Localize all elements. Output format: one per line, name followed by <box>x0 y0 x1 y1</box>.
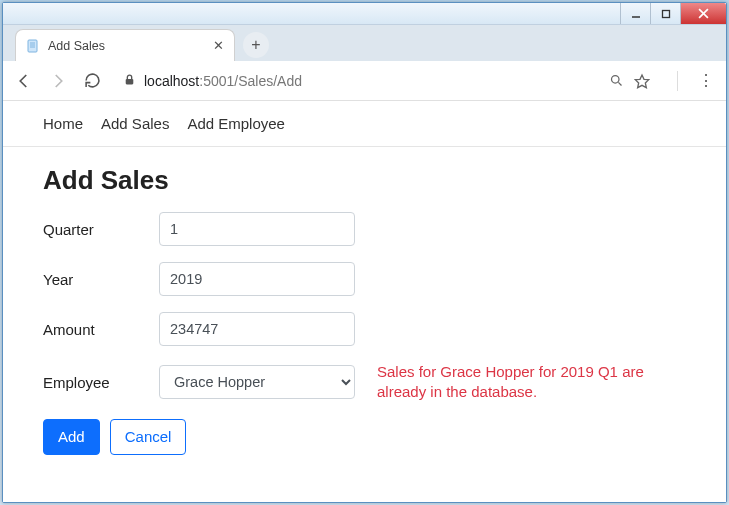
button-row: Add Cancel <box>43 419 686 455</box>
svg-marker-11 <box>635 75 648 88</box>
tab-close-icon[interactable]: ✕ <box>213 38 224 53</box>
form-row-year: Year <box>43 262 686 296</box>
add-button[interactable]: Add <box>43 419 100 455</box>
form-row-amount: Amount <box>43 312 686 346</box>
url-port: :5001 <box>199 73 234 89</box>
window-close-button[interactable] <box>680 3 726 24</box>
label-quarter: Quarter <box>43 221 159 238</box>
nav-link-add-sales[interactable]: Add Sales <box>101 115 169 132</box>
page-body: Add Sales Quarter Year Amount Employee G… <box>3 147 726 473</box>
validation-error: Sales for Grace Hopper for 2019 Q1 are a… <box>377 362 677 403</box>
label-year: Year <box>43 271 159 288</box>
input-quarter[interactable] <box>159 212 355 246</box>
page-favicon-icon <box>26 39 40 53</box>
back-button[interactable] <box>13 70 35 92</box>
nav-link-add-employee[interactable]: Add Employee <box>187 115 285 132</box>
new-tab-button[interactable]: + <box>243 32 269 58</box>
forward-button[interactable] <box>47 70 69 92</box>
browser-menu-button[interactable]: ⋮ <box>696 71 716 90</box>
form-row-employee: Employee Grace Hopper Sales for Grace Ho… <box>43 362 686 403</box>
input-amount[interactable] <box>159 312 355 346</box>
browser-window: Add Sales ✕ + localhost:5001/Sales/Add <box>2 2 727 503</box>
page-content: Home Add Sales Add Employee Add Sales Qu… <box>3 101 726 502</box>
browser-tab[interactable]: Add Sales ✕ <box>15 29 235 61</box>
label-amount: Amount <box>43 321 159 338</box>
page-heading: Add Sales <box>43 165 686 196</box>
cancel-button[interactable]: Cancel <box>110 419 187 455</box>
lock-icon <box>123 73 136 89</box>
select-employee[interactable]: Grace Hopper <box>159 365 355 399</box>
svg-rect-4 <box>28 40 37 52</box>
window-maximize-button[interactable] <box>650 3 680 24</box>
browser-toolbar: localhost:5001/Sales/Add ⋮ <box>3 61 726 101</box>
tab-title: Add Sales <box>48 39 205 53</box>
svg-point-9 <box>611 76 619 84</box>
reload-button[interactable] <box>81 70 103 92</box>
site-nav: Home Add Sales Add Employee <box>3 101 726 147</box>
zoom-icon[interactable] <box>607 73 625 88</box>
label-employee: Employee <box>43 374 159 391</box>
input-year[interactable] <box>159 262 355 296</box>
toolbar-separator <box>677 71 678 91</box>
tab-strip: Add Sales ✕ + <box>3 25 726 61</box>
svg-rect-1 <box>662 10 669 17</box>
window-minimize-button[interactable] <box>620 3 650 24</box>
window-titlebar <box>3 3 726 25</box>
address-bar[interactable]: localhost:5001/Sales/Add <box>115 67 659 95</box>
svg-line-10 <box>618 82 621 85</box>
nav-link-home[interactable]: Home <box>43 115 83 132</box>
star-icon[interactable] <box>633 73 651 89</box>
form-row-quarter: Quarter <box>43 212 686 246</box>
url-path: /Sales/Add <box>234 73 302 89</box>
svg-rect-8 <box>126 78 134 83</box>
url-text: localhost:5001/Sales/Add <box>144 73 302 89</box>
url-host: localhost <box>144 73 199 89</box>
